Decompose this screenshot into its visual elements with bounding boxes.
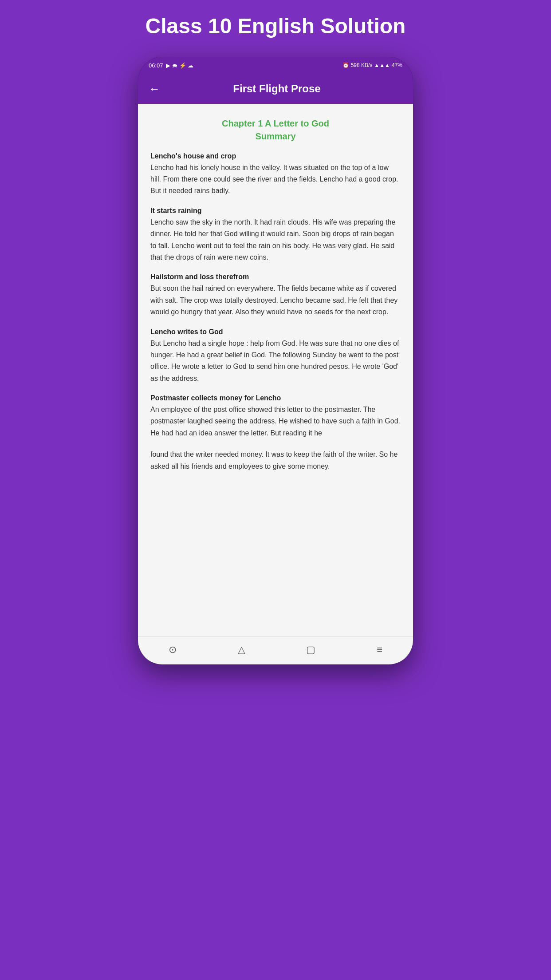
section-heading: Lencho's house and crop [150, 152, 401, 160]
status-icons: ▶ 🌧 ⚡ ☁ [166, 62, 194, 69]
back-button[interactable]: ← [149, 82, 160, 96]
chapter-title: Chapter 1 A Letter to God [150, 117, 401, 130]
chapter-subtitle: Summary [150, 131, 401, 142]
content-section: Lencho writes to GodBut Lencho had a sin… [150, 328, 401, 385]
time: 06:07 [149, 62, 163, 69]
section-body: found that the writer needed money. It w… [150, 449, 401, 472]
header-title: First Flight Prose [169, 83, 385, 95]
data-speed: 598 KB/s [351, 62, 373, 68]
app-header: ← First Flight Prose [138, 74, 413, 104]
back-nav-icon[interactable]: △ [238, 644, 245, 656]
content-section: Hailstorm and loss therefromBut soon the… [150, 273, 401, 318]
alarm-icon: ⏰ [342, 62, 349, 68]
battery: 47% [392, 62, 402, 68]
status-right: ⏰ 598 KB/s ▲▲▲ 47% [342, 62, 402, 68]
status-left: 06:07 ▶ 🌧 ⚡ ☁ [149, 62, 193, 69]
content-section: It starts rainingLencho saw the sky in t… [150, 207, 401, 264]
section-heading: Postmaster collects money for Lencho [150, 394, 401, 402]
home-nav-icon[interactable]: ⊙ [169, 644, 177, 656]
content-section: Lencho's house and cropLencho had his lo… [150, 152, 401, 197]
section-heading: It starts raining [150, 207, 401, 215]
section-heading: Hailstorm and loss therefrom [150, 273, 401, 281]
section-heading: Lencho writes to God [150, 328, 401, 336]
network-icon: ▲▲▲ [374, 62, 390, 68]
nav-bar: ⊙ △ ▢ ≡ [138, 636, 413, 664]
section-body: Lencho had his lonely house in the valle… [150, 162, 401, 197]
section-body: But soon the hail rained on everywhere. … [150, 283, 401, 318]
page-title: Class 10 English Solution [137, 9, 415, 43]
content-area: Chapter 1 A Letter to God Summary Lencho… [138, 104, 413, 636]
phone-frame: 06:07 ▶ 🌧 ⚡ ☁ ⏰ 598 KB/s ▲▲▲ 47% ← First… [138, 57, 413, 664]
sections-container: Lencho's house and cropLencho had his lo… [150, 152, 401, 472]
section-body: Lencho saw the sky in the north. It had … [150, 217, 401, 264]
content-section: Postmaster collects money for LenchoAn e… [150, 394, 401, 439]
section-body: But Lencho had a single hope : help from… [150, 338, 401, 385]
menu-nav-icon[interactable]: ≡ [377, 644, 382, 656]
section-body: An employee of the post office showed th… [150, 404, 401, 439]
recent-nav-icon[interactable]: ▢ [306, 644, 315, 656]
status-bar: 06:07 ▶ 🌧 ⚡ ☁ ⏰ 598 KB/s ▲▲▲ 47% [138, 57, 413, 74]
content-section: found that the writer needed money. It w… [150, 449, 401, 472]
